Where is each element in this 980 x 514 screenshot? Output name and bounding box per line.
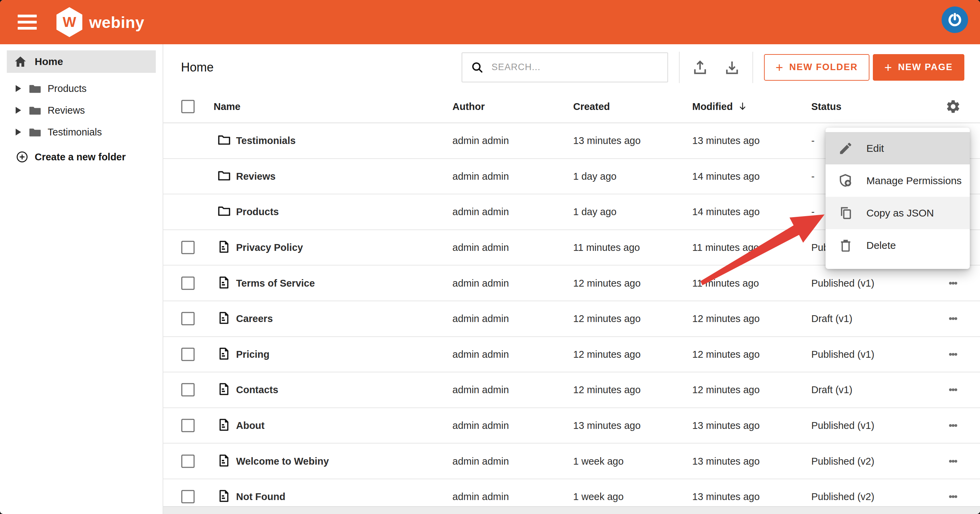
sort-desc-icon: [737, 101, 748, 112]
document-icon: [217, 418, 231, 433]
column-header-author[interactable]: Author: [452, 101, 485, 112]
row-actions-kebab-button[interactable]: [945, 417, 961, 434]
pencil-icon: [838, 141, 853, 156]
home-icon: [14, 55, 27, 69]
context-menu-item-edit[interactable]: Edit: [826, 132, 970, 164]
column-header-modified[interactable]: Modified: [692, 101, 748, 112]
row-status: Published (v1): [811, 420, 874, 431]
row-name: Careers: [236, 313, 273, 324]
row-name: Terms of Service: [236, 278, 315, 289]
create-new-folder-link[interactable]: Create a new folder: [0, 150, 162, 163]
table-settings-button[interactable]: [945, 98, 961, 115]
row-status: -: [811, 135, 815, 146]
row-status: Published (v2): [811, 455, 874, 467]
row-actions-kebab-button[interactable]: [945, 488, 961, 505]
row-checkbox[interactable]: [181, 348, 194, 361]
table-row[interactable]: Contacts admin admin 12 minutes ago 12 m…: [163, 372, 980, 408]
shield-plus-icon: [838, 173, 853, 188]
table-row[interactable]: Careers admin admin 12 minutes ago 12 mi…: [163, 301, 980, 337]
folder-icon: [29, 82, 41, 95]
row-checkbox[interactable]: [181, 419, 194, 432]
table-row[interactable]: Terms of Service admin admin 12 minutes …: [163, 265, 980, 301]
row-author: admin admin: [452, 278, 509, 289]
row-checkbox[interactable]: [181, 241, 194, 254]
new-folder-button[interactable]: + NEW FOLDER: [764, 54, 869, 81]
toolbar: Home + NEW FOLDER +: [163, 44, 980, 90]
row-actions-kebab-button[interactable]: [945, 310, 961, 327]
row-created: 1 week ago: [573, 491, 624, 503]
column-header-name[interactable]: Name: [214, 101, 240, 112]
import-upload-button[interactable]: [690, 58, 710, 77]
row-actions-kebab-button[interactable]: [945, 346, 961, 362]
sidebar-item-label: Home: [35, 56, 63, 67]
chevron-right-icon[interactable]: [16, 85, 21, 92]
chevron-right-icon[interactable]: [16, 107, 21, 114]
row-created: 13 minutes ago: [573, 135, 641, 146]
row-modified: 14 minutes ago: [692, 171, 760, 182]
sidebar-folder-label: Reviews: [48, 105, 85, 116]
row-created: 12 minutes ago: [573, 348, 641, 360]
hamburger-menu-icon[interactable]: [18, 14, 37, 30]
table-row[interactable]: Pricing admin admin 12 minutes ago 12 mi…: [163, 337, 980, 373]
row-status: -: [811, 206, 815, 217]
row-created: 11 minutes ago: [573, 242, 640, 253]
user-avatar[interactable]: [942, 6, 968, 33]
context-menu-item-label: Edit: [866, 143, 884, 154]
row-created: 1 day ago: [573, 171, 616, 182]
row-checkbox[interactable]: [181, 312, 194, 326]
row-name: Not Found: [236, 491, 285, 503]
row-actions-kebab-button[interactable]: [945, 453, 961, 469]
row-status: Draft (v1): [811, 313, 853, 324]
row-author: admin admin: [452, 384, 509, 396]
row-checkbox[interactable]: [181, 276, 194, 290]
context-menu-item-delete[interactable]: Delete: [826, 229, 970, 262]
row-modified: 13 minutes ago: [692, 420, 760, 431]
row-created: 12 minutes ago: [573, 384, 641, 396]
context-menu-item-label: Manage Permissions: [866, 175, 962, 187]
context-menu-item-manage-permissions[interactable]: Manage Permissions: [826, 164, 970, 197]
new-page-button-label: NEW PAGE: [898, 62, 953, 72]
row-actions-kebab-button[interactable]: [945, 382, 961, 398]
context-menu-item-label: Delete: [866, 239, 896, 251]
folder-icon: [217, 204, 231, 220]
search-input[interactable]: [491, 62, 655, 73]
row-checkbox[interactable]: [181, 455, 194, 468]
app-window: W webiny Home Products Reviews Testimoni…: [0, 0, 980, 514]
copy-icon: [838, 206, 853, 220]
row-checkbox[interactable]: [181, 490, 194, 503]
sidebar-item-products[interactable]: Products: [0, 78, 162, 99]
new-folder-button-label: NEW FOLDER: [789, 62, 858, 72]
table-header: Name Author Created Modified Status: [163, 90, 980, 123]
context-menu-item-copy-as-json[interactable]: Copy as JSON: [826, 197, 970, 229]
document-icon: [217, 347, 231, 362]
chevron-right-icon[interactable]: [16, 129, 21, 136]
column-header-status[interactable]: Status: [811, 101, 842, 112]
context-menu-item-label: Copy as JSON: [866, 207, 934, 219]
folder-icon: [217, 133, 231, 148]
new-page-button[interactable]: + NEW PAGE: [873, 54, 964, 81]
row-checkbox[interactable]: [181, 383, 194, 397]
toolbar-divider: [752, 52, 753, 83]
sidebar-item-reviews[interactable]: Reviews: [0, 99, 162, 121]
row-name: Privacy Policy: [236, 242, 303, 253]
column-header-created[interactable]: Created: [573, 101, 610, 112]
row-modified: 12 minutes ago: [692, 348, 760, 360]
document-icon: [217, 454, 231, 469]
gravatar-power-icon: [947, 12, 963, 27]
create-new-folder-label: Create a new folder: [35, 152, 126, 163]
row-modified: 13 minutes ago: [692, 455, 760, 467]
row-actions-kebab-button[interactable]: [945, 275, 961, 291]
sidebar-item-home[interactable]: Home: [7, 50, 156, 73]
row-name: Reviews: [236, 171, 275, 182]
row-name: Contacts: [236, 384, 278, 396]
row-status: Published (v1): [811, 348, 874, 360]
document-icon: [217, 382, 231, 397]
toolbar-divider: [679, 52, 679, 83]
table-row[interactable]: About admin admin 13 minutes ago 13 minu…: [163, 408, 980, 444]
table-row[interactable]: Welcome to Webiny admin admin 1 week ago…: [163, 444, 980, 479]
document-icon: [217, 240, 231, 255]
select-all-checkbox[interactable]: [181, 100, 194, 113]
sidebar-folder-label: Products: [48, 83, 86, 94]
export-download-button[interactable]: [722, 58, 741, 77]
sidebar-item-testimonials[interactable]: Testimonials: [0, 121, 162, 143]
